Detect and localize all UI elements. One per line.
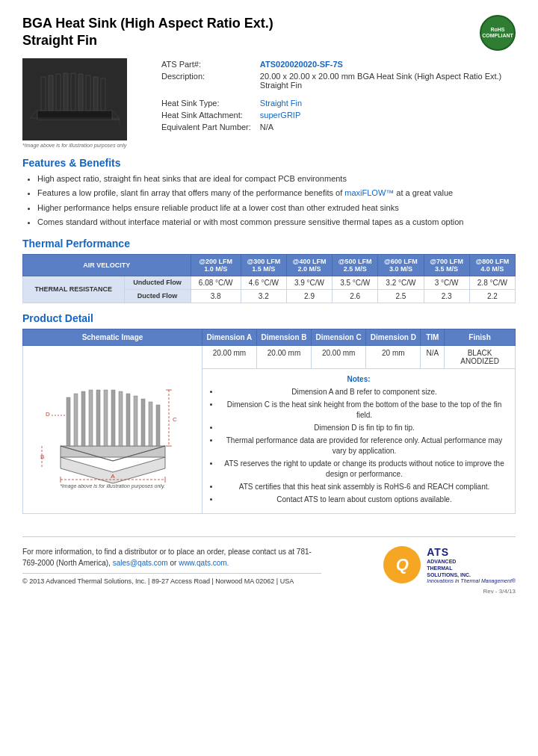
note-7: Contact ATS to learn about custom option… <box>220 495 509 505</box>
svg-rect-16 <box>61 446 165 457</box>
description-label: Description: <box>157 70 256 91</box>
thermal-heading: Thermal Performance <box>22 238 516 250</box>
product-specs: ATS Part#: ATS020020020-SF-7S Descriptio… <box>157 58 516 148</box>
ducted-val-4: 2.5 <box>378 289 424 303</box>
col-dim-b: Dimension B <box>256 329 311 345</box>
col-600lfm: @600 LFM 3.0 M/S <box>378 254 424 276</box>
svg-text:B: B <box>40 453 44 460</box>
page-header: BGA Heat Sink (High Aspect Ratio Ext.) S… <box>22 15 516 51</box>
svg-text:A: A <box>111 473 115 480</box>
note-3: Dimension D is fin tip to fin tip. <box>220 423 509 433</box>
features-section: Features & Benefits High aspect ratio, s… <box>22 157 516 229</box>
col-500lfm: @500 LFM 2.5 M/S <box>333 254 378 276</box>
unducted-val-2: 3.9 °C/W <box>286 276 332 289</box>
product-detail-section: Product Detail Schematic Image Dimension… <box>22 312 516 514</box>
footer-section: For more information, to find a distribu… <box>22 536 516 585</box>
schematic-drawing: A B C D <box>38 353 188 480</box>
svg-rect-24 <box>111 390 115 446</box>
col-400lfm: @400 LFM 2.0 M/S <box>286 254 332 276</box>
spec-row-type: Heat Sink Type: Straight Fin <box>157 97 516 109</box>
product-title: BGA Heat Sink (High Aspect Ratio Ext.) S… <box>22 15 273 50</box>
svg-rect-30 <box>156 405 160 446</box>
spec-row-description: Description: 20.00 x 20.00 x 20.00 mm BG… <box>157 70 516 91</box>
part-number: ATS020020020-SF-7S <box>256 58 516 70</box>
svg-rect-9 <box>101 78 105 111</box>
type-value: Straight Fin <box>256 97 516 109</box>
ducted-val-6: 2.2 <box>469 289 515 303</box>
dim-d-value: 20 mm <box>366 345 421 368</box>
svg-rect-20 <box>81 391 85 446</box>
unducted-row: THERMAL RESISTANCE Unducted Flow 6.08 °C… <box>23 276 516 289</box>
feature-item-1: High aspect ratio, straight fin heat sin… <box>37 173 516 185</box>
ats-logo-text: ATS ADVANCEDTHERMALSOLUTIONS, INC. Innov… <box>427 546 516 583</box>
unducted-val-5: 3 °C/W <box>424 276 469 289</box>
resistance-label: THERMAL RESISTANCE <box>23 276 125 303</box>
type-label: Heat Sink Type: <box>157 97 256 109</box>
col-dim-c: Dimension C <box>312 329 366 345</box>
air-velocity-header: AIR VELOCITY <box>23 254 191 276</box>
svg-text:C: C <box>173 416 177 423</box>
svg-rect-1 <box>41 77 46 111</box>
dim-c-value: 20.00 mm <box>312 345 366 368</box>
svg-line-10 <box>30 111 37 118</box>
note-6: ATS certifies that this heat sink assemb… <box>220 482 509 492</box>
feature-item-3: Higher performance helps ensure reliable… <box>37 202 516 214</box>
feature-item-4: Comes standard without interface materia… <box>37 217 516 228</box>
col-finish: Finish <box>445 329 516 345</box>
dim-b-value: 20.00 mm <box>256 345 311 368</box>
ducted-label: Ducted Flow <box>124 289 191 303</box>
ducted-val-2: 2.9 <box>286 289 332 303</box>
tim-value: N/A <box>421 345 445 368</box>
footer-left: For more information, to find a distribu… <box>22 546 321 585</box>
unducted-val-0: 6.08 °C/W <box>191 276 241 289</box>
rohs-badge: RoHS COMPLIANT <box>480 15 516 51</box>
svg-rect-5 <box>71 73 75 111</box>
unducted-val-6: 2.8 °C/W <box>469 276 515 289</box>
col-dim-a: Dimension A <box>202 329 257 345</box>
col-tim: TIM <box>421 329 445 345</box>
col-dim-d: Dimension D <box>366 329 421 345</box>
note-4: Thermal performance data are provided fo… <box>220 436 509 456</box>
svg-rect-28 <box>141 399 145 446</box>
note-1: Dimension A and B refer to component siz… <box>220 387 509 397</box>
svg-rect-23 <box>104 390 108 446</box>
unducted-val-3: 3.5 °C/W <box>333 276 378 289</box>
product-image <box>22 58 127 140</box>
svg-rect-25 <box>119 391 123 446</box>
col-schematic: Schematic Image <box>23 329 202 345</box>
svg-rect-18 <box>67 397 70 446</box>
col-700lfm: @700 LFM 3.5 M/S <box>424 254 469 276</box>
image-caption: *Image above is for illustration purpose… <box>22 143 142 148</box>
dimensions-row: A B C D <box>23 345 516 368</box>
attachment-label: Heat Sink Attachment: <box>157 109 256 121</box>
col-300lfm: @300 LFM 1.5 M/S <box>241 254 286 276</box>
col-800lfm: @800 LFM 4.0 M/S <box>469 254 515 276</box>
footer-contact: For more information, to find a distribu… <box>22 546 321 568</box>
svg-text:D: D <box>46 411 50 418</box>
ducted-val-3: 2.6 <box>333 289 378 303</box>
spec-row-empty <box>157 91 516 97</box>
ducted-val-1: 3.2 <box>241 289 286 303</box>
notes-cell: Notes: Dimension A and B refer to compon… <box>202 368 516 513</box>
spec-table: ATS Part#: ATS020020020-SF-7S Descriptio… <box>157 58 516 133</box>
product-detail-heading: Product Detail <box>22 312 516 324</box>
svg-rect-27 <box>134 396 137 446</box>
spec-row-equiv: Equivalent Part Number: N/A <box>157 121 516 133</box>
features-heading: Features & Benefits <box>22 157 516 169</box>
ducted-val-5: 2.3 <box>424 289 469 303</box>
svg-rect-29 <box>149 402 152 446</box>
notes-heading: Notes: <box>208 375 509 383</box>
detail-table: Schematic Image Dimension A Dimension B … <box>22 329 516 514</box>
svg-line-11 <box>112 111 120 118</box>
part-label: ATS Part#: <box>157 58 256 70</box>
svg-rect-2 <box>49 75 53 111</box>
unducted-val-4: 3.2 °C/W <box>378 276 424 289</box>
svg-rect-6 <box>78 74 83 111</box>
thermal-table: AIR VELOCITY @200 LFM 1.0 M/S @300 LFM 1… <box>22 254 516 303</box>
features-list: High aspect ratio, straight fin heat sin… <box>22 173 516 229</box>
unducted-label: Unducted Flow <box>124 276 191 289</box>
ats-logo-circle: Q <box>383 546 421 583</box>
spec-row-partnumber: ATS Part#: ATS020020020-SF-7S <box>157 58 516 70</box>
col-200lfm: @200 LFM 1.0 M/S <box>191 254 241 276</box>
note-5: ATS reserves the right to update or chan… <box>220 459 509 480</box>
